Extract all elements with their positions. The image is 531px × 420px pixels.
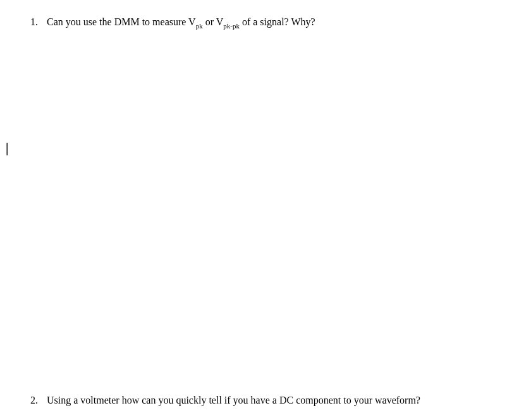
question-1-number: 1.	[29, 16, 47, 28]
question-1: 1. Can you use the DMM to measure Vpk or…	[29, 16, 315, 29]
question-1-text: Can you use the DMM to measure Vpk or Vp…	[47, 16, 315, 29]
q1-sub2: pk-pk	[223, 22, 240, 30]
question-2: 2. Using a voltmeter how can you quickly…	[29, 395, 420, 406]
q1-sub1: pk	[196, 22, 203, 30]
text-cursor: |	[6, 141, 8, 155]
question-2-text: Using a voltmeter how can you quickly te…	[47, 395, 420, 406]
q1-suffix: of a signal? Why?	[240, 16, 315, 27]
q1-prefix: Can you use the DMM to measure V	[47, 16, 196, 27]
q1-mid: or V	[203, 16, 224, 27]
question-2-number: 2.	[29, 395, 47, 406]
